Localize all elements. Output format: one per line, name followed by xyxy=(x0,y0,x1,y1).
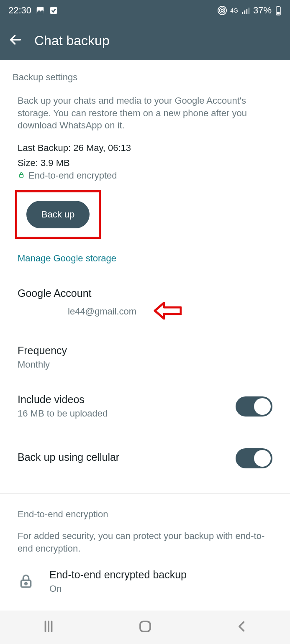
cellular-title: Back up using cellular xyxy=(18,451,119,463)
home-button[interactable] xyxy=(138,619,153,636)
network-label: 4G xyxy=(230,8,238,13)
backup-settings-heading: Backup settings xyxy=(13,72,277,83)
status-time: 22:30 xyxy=(8,5,31,16)
include-videos-title: Include videos xyxy=(18,394,108,406)
svg-rect-8 xyxy=(249,8,250,14)
manage-storage-link[interactable]: Manage Google storage xyxy=(18,253,272,264)
svg-rect-11 xyxy=(277,12,280,15)
backup-button[interactable]: Back up xyxy=(26,201,90,228)
cellular-row[interactable]: Back up using cellular xyxy=(13,448,277,468)
encryption-description: For added security, you can protect your… xyxy=(18,530,272,555)
system-nav-bar xyxy=(0,611,290,644)
recent-apps-button[interactable] xyxy=(41,619,56,636)
svg-rect-19 xyxy=(140,621,150,631)
image-icon xyxy=(36,6,45,15)
google-account-row[interactable]: Google Account le44@gmail.com xyxy=(13,287,277,321)
svg-rect-1 xyxy=(50,7,57,14)
back-arrow-icon[interactable] xyxy=(8,33,23,49)
frequency-row[interactable]: Frequency Monthly xyxy=(13,345,277,370)
status-left: 22:30 xyxy=(8,5,58,16)
encryption-section: End-to-end encryption For added security… xyxy=(13,494,277,594)
last-backup-label: Last Backup: 26 May, 06:13 xyxy=(18,143,272,153)
app-header: Chat backup xyxy=(0,21,290,60)
lock-icon xyxy=(18,170,25,181)
encrypted-backup-status: On xyxy=(49,583,187,594)
frequency-value: Monthly xyxy=(18,359,272,370)
svg-rect-13 xyxy=(20,174,23,177)
hotspot-icon xyxy=(218,6,227,15)
svg-point-15 xyxy=(25,583,27,585)
lock-outline-icon xyxy=(18,572,34,591)
annotation-arrow-icon xyxy=(153,302,182,321)
frequency-title: Frequency xyxy=(18,345,272,357)
battery-icon xyxy=(275,5,282,15)
checkbox-icon xyxy=(49,6,58,15)
content-area: Backup settings Back up your chats and m… xyxy=(0,60,290,594)
backup-description: Back up your chats and media to your Goo… xyxy=(18,95,272,132)
svg-rect-5 xyxy=(242,12,244,14)
backup-size-label: Size: 3.9 MB xyxy=(18,158,272,169)
encrypted-backup-row[interactable]: End-to-end encrypted backup On xyxy=(18,569,272,594)
back-button[interactable] xyxy=(234,619,249,636)
annotation-highlight-box: Back up xyxy=(15,190,101,239)
svg-point-2 xyxy=(221,9,224,12)
svg-rect-7 xyxy=(246,9,248,14)
include-videos-toggle[interactable] xyxy=(236,396,272,417)
svg-rect-10 xyxy=(277,6,279,7)
encrypted-indicator: End-to-end encrypted xyxy=(18,170,272,181)
encrypted-backup-title: End-to-end encrypted backup xyxy=(49,569,187,581)
battery-label: 37% xyxy=(253,5,272,16)
status-right: 4G 37% xyxy=(218,5,282,16)
cellular-toggle[interactable] xyxy=(236,448,272,468)
status-bar: 22:30 4G 37% xyxy=(0,0,290,21)
google-account-title: Google Account xyxy=(18,287,272,299)
svg-rect-6 xyxy=(244,10,246,14)
google-account-email: le44@gmail.com xyxy=(18,306,136,317)
encrypted-label: End-to-end encrypted xyxy=(28,170,117,181)
svg-point-3 xyxy=(220,8,225,13)
encryption-heading: End-to-end encryption xyxy=(18,509,272,520)
signal-icon xyxy=(241,6,250,15)
include-videos-sub: 16 MB to be uploaded xyxy=(18,408,108,419)
page-title: Chat backup xyxy=(34,33,110,49)
include-videos-row[interactable]: Include videos 16 MB to be uploaded xyxy=(13,394,277,419)
